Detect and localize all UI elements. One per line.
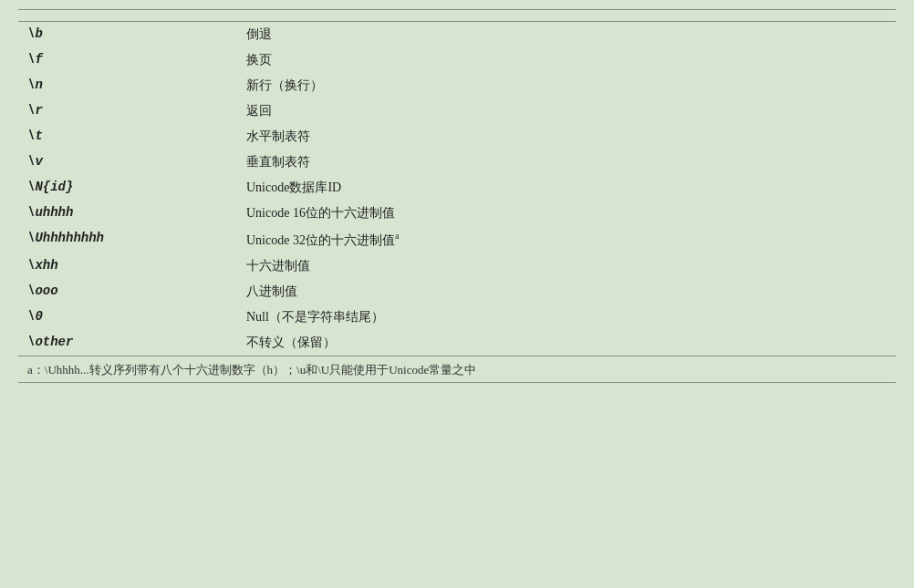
escape-cell: \xhh <box>18 253 237 279</box>
meaning-cell: 换页 <box>237 47 896 73</box>
escape-cell: \ooo <box>18 279 237 304</box>
escape-cell: \0 <box>18 304 237 330</box>
escape-cell: \v <box>18 150 237 175</box>
table-row: \n新行（换行） <box>18 73 896 98</box>
escape-cell: \other <box>18 330 237 356</box>
escape-cell: \t <box>18 124 237 150</box>
meaning-cell: 八进制值 <box>237 279 896 304</box>
table-row: \0Null（不是字符串结尾） <box>18 304 896 330</box>
table-row: \other不转义（保留） <box>18 330 896 356</box>
meaning-cell: 返回 <box>237 98 896 124</box>
meaning-cell: Unicode 16位的十六进制值 <box>237 201 896 226</box>
escape-table: \b倒退\f换页\n新行（换行）\r返回\t水平制表符\v垂直制表符\N{id}… <box>18 9 896 383</box>
meaning-cell: Unicode 32位的十六进制值a <box>237 226 896 253</box>
header-escape <box>18 10 237 22</box>
table-row: \t水平制表符 <box>18 124 896 150</box>
escape-cell: \Uhhhhhhhh <box>18 226 237 253</box>
table-row: \r返回 <box>18 98 896 124</box>
meaning-cell: 十六进制值 <box>237 253 896 279</box>
table-row: \v垂直制表符 <box>18 150 896 175</box>
meaning-cell: Unicode数据库ID <box>237 175 896 201</box>
escape-cell: \N{id} <box>18 175 237 201</box>
table-row: \UhhhhhhhhUnicode 32位的十六进制值a <box>18 226 896 253</box>
table-row: \N{id}Unicode数据库ID <box>18 175 896 201</box>
escape-cell: \b <box>18 22 237 48</box>
escape-cell: \r <box>18 98 237 124</box>
footnote: a：\Uhhhh...转义序列带有八个十六进制数字（h）；\u和\U只能使用于U… <box>18 356 896 382</box>
escape-cell: \n <box>18 73 237 98</box>
meaning-cell: 新行（换行） <box>237 73 896 98</box>
table-row: \f换页 <box>18 47 896 73</box>
meaning-cell: 水平制表符 <box>237 124 896 150</box>
table-row: \ooo八进制值 <box>18 279 896 304</box>
meaning-cell: 不转义（保留） <box>237 330 896 356</box>
table-row: \b倒退 <box>18 22 896 48</box>
header-meaning <box>237 10 896 22</box>
page-container: \b倒退\f换页\n新行（换行）\r返回\t水平制表符\v垂直制表符\N{id}… <box>0 0 914 588</box>
escape-cell: \uhhhh <box>18 201 237 226</box>
table-row: \xhh十六进制值 <box>18 253 896 279</box>
table-row: \uhhhhUnicode 16位的十六进制值 <box>18 201 896 226</box>
meaning-cell: 倒退 <box>237 22 896 48</box>
escape-cell: \f <box>18 47 237 73</box>
meaning-cell: Null（不是字符串结尾） <box>237 304 896 330</box>
meaning-cell: 垂直制表符 <box>237 150 896 175</box>
